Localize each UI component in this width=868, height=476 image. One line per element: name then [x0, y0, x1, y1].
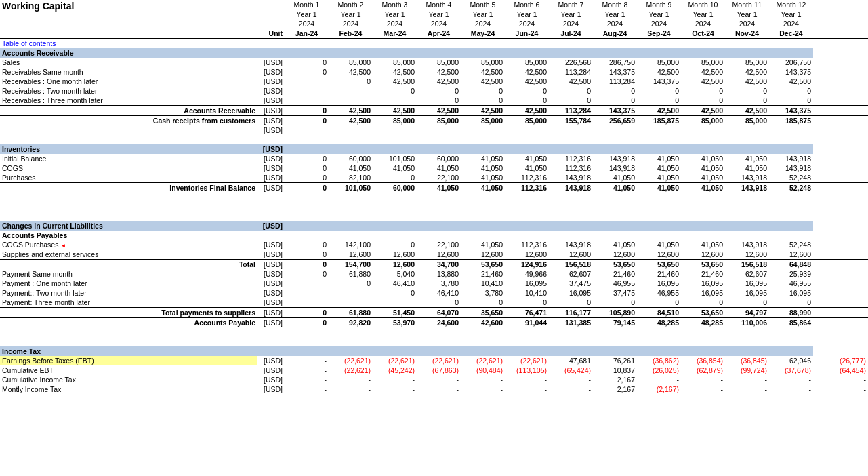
- row-cumulative-income-tax: Cumulative Income Tax [USD] - - - - - - …: [0, 375, 868, 384]
- month9-label: Month 9: [637, 0, 681, 9]
- blank-3: [0, 202, 868, 212]
- month1-label: Month 1: [285, 0, 329, 9]
- row-purchases: Purchases [USD] 0 82,100 0 22,100 41,050…: [0, 173, 868, 183]
- row-cash-receipts-usd: [USD]: [0, 125, 868, 135]
- row-sales: Sales [USD] 0 85,000 85,000 85,000 85,00…: [0, 58, 868, 67]
- blank-6: [0, 337, 868, 346]
- month4-label: Month 4: [417, 0, 461, 9]
- blank-5: [0, 328, 868, 337]
- blank-1: [0, 135, 868, 144]
- header-row-1: Working Capital Month 1 Month 2 Month 3 …: [0, 0, 868, 9]
- page-title: Working Capital: [0, 0, 257, 39]
- month12-label: Month 12: [769, 0, 813, 9]
- toc-row: Table of contents: [0, 39, 868, 49]
- row-receivables-same-month: Receivables Same month [USD] 0 42,500 42…: [0, 67, 868, 77]
- blank-4: [0, 212, 868, 221]
- spreadsheet-container: Working Capital Month 1 Month 2 Month 3 …: [0, 0, 868, 476]
- row-total-payables: Total [USD] 0 154,700 12,600 34,700 53,6…: [0, 260, 868, 270]
- row-payment-one-month: Payment : One month later [USD] 0 46,410…: [0, 279, 868, 288]
- month2-label: Month 2: [329, 0, 373, 9]
- row-payment-two-month: Payment:: Two month later [USD] 0 46,410…: [0, 288, 868, 298]
- month3-label: Month 3: [373, 0, 417, 9]
- subsection-accounts-payables: Accounts Payables: [0, 231, 868, 240]
- toc-link[interactable]: Table of contents: [2, 39, 56, 47]
- month5-label: Month 5: [461, 0, 505, 9]
- row-receivables-three-month: Receivables : Three month later [USD] 0 …: [0, 96, 868, 106]
- row-accounts-payable-total: Accounts Payable [USD] 0 92,820 53,970 2…: [0, 318, 868, 328]
- row-cogs-purchases: COGS Purchases ◄ [USD] 0 142,100 0 22,10…: [0, 240, 868, 250]
- row-monthly-income-tax: Montly Income Tax [USD] - - - - - - - 2,…: [0, 384, 868, 394]
- row-initial-balance: Initial Balance [USD] 0 60,000 101,050 6…: [0, 154, 868, 163]
- row-inventories-final: Inventories Final Balance [USD] 0 101,05…: [0, 183, 868, 193]
- row-total-payments-suppliers: Total payments to suppliers [USD] 0 61,8…: [0, 308, 868, 318]
- red-arrow-icon: ◄: [60, 243, 66, 249]
- row-ebt: Earnings Before Taxes (EBT) [USD] - (22,…: [0, 356, 868, 365]
- row-cash-receipts: Cash receipts from customers [USD] 0 42,…: [0, 116, 868, 126]
- section-income-tax: Income Tax: [0, 346, 868, 356]
- month8-label: Month 8: [593, 0, 637, 9]
- row-cogs: COGS [USD] 0 41,050 41,050 41,050 41,050…: [0, 163, 868, 173]
- section-changes-liabilities: Changes in Current Liabilities [USD]: [0, 221, 868, 231]
- row-accounts-receivable-total: Accounts Receivable [USD] 0 42,500 42,50…: [0, 106, 868, 116]
- row-supplies-external: Supplies and external services [USD] 0 1…: [0, 250, 868, 260]
- month7-label: Month 7: [549, 0, 593, 9]
- month11-label: Month 11: [725, 0, 769, 9]
- month10-label: Month 10: [681, 0, 725, 9]
- row-cumulative-ebt: Cumulative EBT [USD] - (22,621) (45,242)…: [0, 365, 868, 375]
- section-accounts-receivable: Accounts Receivable: [0, 48, 868, 58]
- row-receivables-one-month: Receivables : One month later [USD] 0 42…: [0, 77, 868, 86]
- row-payment-same-month: Payment Same month [USD] 0 61,880 5,040 …: [0, 269, 868, 279]
- row-receivables-two-month: Receivables : Two month later [USD] 0 0 …: [0, 86, 868, 96]
- row-payment-three-month: Payment: Three month later [USD] 0 0 0 0…: [0, 298, 868, 308]
- blank-2: [0, 193, 868, 202]
- month6-label: Month 6: [505, 0, 549, 9]
- section-inventories: Inventories [USD]: [0, 144, 868, 154]
